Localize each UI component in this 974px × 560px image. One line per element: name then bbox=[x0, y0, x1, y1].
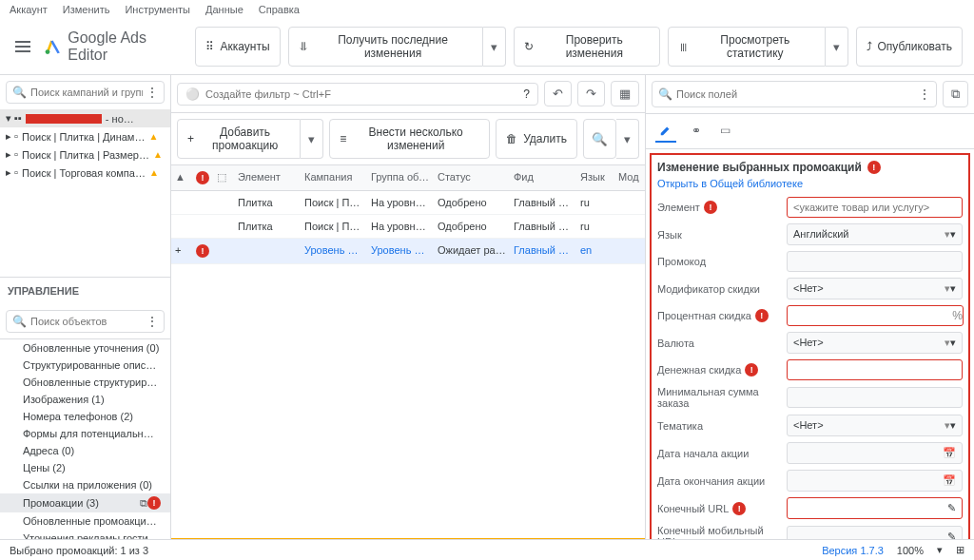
object-search[interactable]: 🔍 ⋮ bbox=[6, 310, 165, 333]
form-row: Тематика<Нет>▾ bbox=[657, 415, 963, 436]
form-url[interactable]: ✎ bbox=[787, 497, 963, 519]
search-button[interactable]: 🔍 bbox=[583, 119, 616, 159]
tree-item[interactable]: ▸ ▫ Поиск | Плитка | Размер… ▲ bbox=[0, 145, 170, 164]
form-date[interactable]: 📅 bbox=[787, 470, 963, 492]
menu-icon[interactable] bbox=[11, 37, 34, 56]
form-input[interactable] bbox=[787, 305, 964, 326]
undo-button[interactable]: ↶ bbox=[544, 81, 572, 106]
table-row[interactable]: ПлиткаПоиск | Плит…На уровне ка…Одобрено… bbox=[171, 191, 645, 215]
object-list: Обновленные уточнения (0)Структурированн… bbox=[0, 338, 170, 560]
form-area: Изменение выбранных промоакций! Открыть … bbox=[650, 153, 970, 560]
object-item[interactable]: Адреса (0) bbox=[0, 442, 170, 459]
app-menu: АккаунтИзменитьИнструментыДанныеСправка bbox=[0, 0, 974, 19]
form-row: Дата начала акции📅 bbox=[657, 442, 963, 464]
menu-Данные[interactable]: Данные bbox=[205, 4, 244, 15]
object-item[interactable]: Ссылки на приложения (0) bbox=[0, 476, 170, 493]
table-row[interactable]: ПлиткаПоиск | Плит…На уровне ка…Одобрено… bbox=[171, 215, 645, 239]
svg-point-0 bbox=[46, 49, 50, 54]
multi-edit-button[interactable]: ≡ Внести несколько изменений bbox=[329, 119, 490, 159]
add-promo-caret[interactable]: ▾ bbox=[301, 119, 323, 159]
publish-button[interactable]: ⤴ Опубликовать bbox=[856, 27, 963, 67]
object-item[interactable]: Обновленные уточнения (0) bbox=[0, 339, 170, 357]
filter-input[interactable]: ⚪ ? bbox=[177, 83, 538, 106]
accounts-button[interactable]: ⠿ Аккаунты bbox=[195, 27, 280, 67]
left-panel: 🔍 ⋮ ▾ ▪▪ - но…▸ ▫ Поиск | Плитка | Динам… bbox=[0, 75, 171, 560]
filter-icon: ⚪ bbox=[185, 87, 200, 101]
form-row: Денежная скидка ! bbox=[657, 359, 963, 380]
add-promo-button[interactable]: + Добавить промоакцию bbox=[177, 119, 301, 159]
search-icon: 🔍 bbox=[12, 315, 27, 328]
search-caret[interactable]: ▾ bbox=[616, 119, 639, 159]
menu-Справка[interactable]: Справка bbox=[259, 4, 300, 15]
get-changes-button[interactable]: ⥥ Получить последние изменения bbox=[288, 27, 483, 67]
object-item[interactable]: Промоакции (3) ⧉ ! bbox=[0, 493, 170, 512]
form-input[interactable] bbox=[787, 251, 963, 272]
right-panel: 🔍 ⋮ ⧉ ⚭ ▭ Изменение выбранных промоакций… bbox=[646, 75, 974, 560]
object-item[interactable]: Изображения (1) bbox=[0, 391, 170, 408]
form-date[interactable]: 📅 bbox=[787, 442, 963, 464]
app-title: Google Ads Editor bbox=[68, 29, 185, 64]
tab-comment[interactable]: ▭ bbox=[716, 120, 734, 143]
form-input[interactable] bbox=[787, 359, 963, 380]
tree-item[interactable]: ▸ ▫ Поиск | Торговая компа… ▲ bbox=[0, 164, 170, 182]
form-row: Дата окончания акции📅 bbox=[657, 470, 963, 492]
form-row: Конечный URL !✎ bbox=[657, 497, 963, 519]
search-icon: 🔍 bbox=[658, 87, 672, 101]
center-panel: ⚪ ? ↶ ↷ ▦ + Добавить промоакцию▾ ≡ Внест… bbox=[171, 75, 646, 560]
object-item[interactable]: Структурированные описани… bbox=[0, 357, 170, 374]
check-changes-button[interactable]: ↻ Проверить изменения bbox=[514, 27, 660, 67]
field-search[interactable]: 🔍 ⋮ bbox=[652, 81, 937, 107]
delete-button[interactable]: 🗑 Удалить bbox=[496, 119, 577, 159]
form-input[interactable] bbox=[787, 197, 963, 218]
columns-button[interactable]: ▦ bbox=[611, 81, 639, 106]
data-table: ▲!⬚ЭлементКампанияГруппа объявл…СтатусФи… bbox=[171, 165, 645, 538]
more-icon[interactable]: ⋮ bbox=[146, 315, 158, 328]
form-dropdown[interactable]: <Нет>▾ bbox=[787, 278, 963, 299]
status-bar: Выбрано промоакций: 1 из 3 Версия 1.7.3 … bbox=[0, 539, 974, 560]
form-row: Минимальная сумма заказа bbox=[657, 386, 963, 409]
menu-Изменить[interactable]: Изменить bbox=[63, 4, 110, 15]
tab-edit[interactable] bbox=[655, 120, 676, 143]
open-library-link[interactable]: Открыть в Общей библиотеке bbox=[657, 178, 963, 189]
object-item[interactable]: Обновленные структурирова… bbox=[0, 374, 170, 391]
campaign-search-input[interactable] bbox=[30, 87, 143, 98]
campaign-search[interactable]: 🔍 ⋮ bbox=[6, 81, 165, 104]
object-item[interactable]: Цены (2) bbox=[0, 459, 170, 476]
menu-Аккаунт[interactable]: Аккаунт bbox=[10, 4, 48, 15]
stats-caret[interactable]: ▾ bbox=[826, 27, 848, 67]
table-row[interactable]: +!Уровень акка…Уровень акка…Ожидает расс… bbox=[171, 239, 645, 264]
tree-item[interactable]: ▸ ▫ Поиск | Плитка | Динам… ▲ bbox=[0, 127, 170, 145]
logo: Google Ads Editor bbox=[44, 29, 185, 64]
form-row: Валюта<Нет>▾ bbox=[657, 332, 963, 354]
error-icon: ! bbox=[867, 161, 881, 174]
menu-Инструменты[interactable]: Инструменты bbox=[125, 4, 190, 15]
form-row: Модификатор скидки<Нет>▾ bbox=[657, 278, 963, 299]
object-item[interactable]: Номера телефонов (2) bbox=[0, 408, 170, 425]
settings-icon[interactable]: ⊞ bbox=[956, 544, 964, 556]
more-icon[interactable]: ⋮ bbox=[919, 87, 930, 101]
get-changes-caret[interactable]: ▾ bbox=[483, 27, 506, 67]
stats-button[interactable]: ⫼ Просмотреть статистику bbox=[668, 27, 826, 67]
help-icon[interactable]: ? bbox=[523, 87, 530, 101]
form-dropdown[interactable]: Английский▾ bbox=[787, 223, 963, 245]
form-row: ЯзыкАнглийский▾ bbox=[657, 223, 963, 245]
form-row: Элемент ! bbox=[657, 197, 963, 218]
form-row: Процентная скидка !% bbox=[657, 305, 963, 326]
tree-item[interactable]: ▾ ▪▪ - но… bbox=[0, 109, 170, 127]
form-row: Промокод bbox=[657, 251, 963, 272]
tab-link[interactable]: ⚭ bbox=[688, 120, 705, 143]
form-dropdown[interactable]: <Нет>▾ bbox=[787, 415, 963, 436]
object-item[interactable]: Формы для потенциальных к… bbox=[0, 425, 170, 442]
version[interactable]: Версия 1.7.3 bbox=[822, 545, 884, 556]
popout-button[interactable]: ⧉ bbox=[943, 81, 968, 107]
search-icon: 🔍 bbox=[12, 86, 27, 99]
header: Google Ads Editor ⠿ Аккаунты ⥥ Получить … bbox=[0, 19, 974, 75]
form-input[interactable] bbox=[787, 387, 963, 408]
redo-button[interactable]: ↷ bbox=[577, 81, 605, 106]
manage-header: УПРАВЛЕНИЕ bbox=[0, 277, 170, 304]
object-item[interactable]: Обновленные промоакции (0) bbox=[0, 512, 170, 530]
object-search-input[interactable] bbox=[30, 316, 143, 327]
campaign-tree: ▾ ▪▪ - но…▸ ▫ Поиск | Плитка | Динам… ▲▸… bbox=[0, 109, 170, 277]
form-dropdown[interactable]: <Нет>▾ bbox=[787, 332, 963, 354]
more-icon[interactable]: ⋮ bbox=[146, 86, 158, 99]
